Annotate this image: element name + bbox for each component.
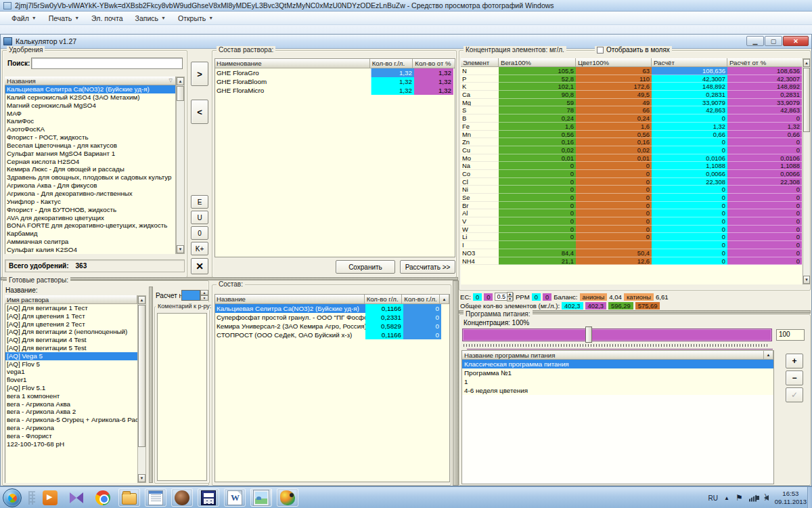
menu-item[interactable]: Файл▼ (5, 13, 43, 24)
table-row[interactable]: Br0000 (461, 202, 802, 210)
column-header[interactable]: Расчёт от % (727, 58, 802, 67)
list-item[interactable]: вега 1 компонент (5, 392, 137, 400)
calc-cell[interactable]: 33,9079 (652, 99, 727, 107)
scroll-up-icon[interactable]: ▲ (138, 296, 145, 304)
ready-list-scrollbar[interactable]: ▲ ▼ (137, 295, 146, 483)
table-row[interactable]: NH421,112,600 (461, 257, 802, 266)
table-row[interactable]: N105,563108,636108,636 (461, 67, 802, 75)
table-row[interactable]: Ca90,849,50,28310,2831 (461, 91, 802, 99)
program-list-header[interactable]: Название программы питания ▲ (462, 351, 773, 360)
table-row[interactable]: GHE FloraMicro1,321,32 (215, 86, 455, 95)
ec-spinner[interactable]: 0.5 ▲▼ (495, 293, 514, 301)
calc-cell[interactable]: 108,636 (652, 67, 727, 75)
list-item[interactable]: vega1 (5, 368, 137, 376)
list-item[interactable]: Аммиачная селитра (5, 238, 175, 246)
u-button[interactable]: U (191, 211, 208, 224)
save-button[interactable]: Сохранить (336, 260, 395, 274)
table-row[interactable]: Кемира Универсал-2 (ЗАО Кемира Агро, Рос… (215, 322, 449, 331)
calc-cell[interactable]: 0 (652, 138, 727, 146)
table-row[interactable]: W0000 (461, 226, 802, 234)
list-item[interactable]: МАФ (5, 110, 175, 118)
calc-cell[interactable]: 0 (652, 217, 727, 226)
menu-item[interactable]: Печать▼ (43, 13, 85, 24)
table-row[interactable]: Mn0,560,560,660,66 (461, 131, 802, 139)
add-program-button[interactable]: + (786, 354, 803, 368)
add-to-solution-button[interactable]: > (191, 62, 208, 86)
minimize-button-icon[interactable]: ▁ (746, 36, 764, 46)
column-header[interactable]: Кол-во от % (413, 59, 455, 68)
table-row[interactable]: Fe1,61,61,321,32 (461, 123, 802, 131)
solution-name-cell[interactable]: GHE FloraMicro (215, 86, 371, 95)
list-item[interactable]: Кальциевая Селитра Ca(NO3)2 (Буйские уд-… (5, 85, 175, 93)
table-row[interactable]: P52,811042,300742,3007 (461, 75, 802, 83)
list-item[interactable]: [AQ] Flov 5 (5, 360, 137, 368)
file-manager-taskbar-button[interactable] (118, 488, 140, 507)
list-item[interactable]: КалиФос (5, 117, 175, 125)
list-item[interactable]: [AQ] Для цветения 1 Тест (5, 312, 137, 320)
composition-qty-cell[interactable]: 0,1166 (365, 331, 403, 339)
show-hidden-icons-icon[interactable]: ▲ (724, 495, 729, 501)
table-row[interactable]: Mg594933,907933,9079 (461, 99, 802, 107)
calc-cell[interactable]: 42,863 (652, 106, 727, 114)
composition-qty-cell[interactable]: 0,5829 (365, 322, 403, 331)
menu-item[interactable]: Эл. почта (85, 13, 129, 24)
calc-cell[interactable]: 0 (652, 226, 727, 234)
fertilizer-list-scrollbar[interactable]: ▲ ▼ (176, 77, 185, 254)
volume-icon[interactable] (764, 495, 769, 501)
scrollbar-thumb[interactable] (138, 305, 145, 447)
maximize-button-icon[interactable]: ▢ (765, 36, 782, 46)
composition-name-cell[interactable]: Кемира Универсал-2 (ЗАО Кемира Агро, Рос… (215, 322, 365, 331)
kmplayer-taskbar-button[interactable] (66, 488, 87, 507)
composition-qty2-cell[interactable]: 0 (403, 313, 441, 322)
scroll-down-icon[interactable]: ▼ (138, 474, 145, 482)
comment-textarea[interactable] (157, 313, 207, 481)
table-row[interactable]: Na001,10881,1088 (461, 162, 802, 170)
apply-program-button[interactable]: ✓ (786, 387, 803, 402)
checkbox-icon[interactable] (597, 47, 604, 54)
scroll-down-icon[interactable]: ▼ (177, 245, 184, 253)
list-item[interactable]: Сульфат калия K2SO4 (5, 246, 175, 254)
remove-from-solution-button[interactable]: < (191, 100, 208, 124)
composition-qty-cell[interactable]: 0,1166 (365, 304, 403, 313)
calc-cell[interactable]: 0,66 (652, 131, 727, 139)
composition-qty2-cell[interactable]: 0 (403, 331, 441, 339)
app-titlebar[interactable]: Калькулятор v1.27 ▁ ▢ ✕ (1, 35, 811, 49)
show-desktop-button[interactable] (807, 487, 812, 508)
spin-down-icon[interactable]: ▼ (200, 295, 208, 301)
solution-qty-cell[interactable]: 1,32 (371, 86, 414, 95)
column-header[interactable]: Кол-во г./л. (370, 59, 413, 68)
paint-bird-taskbar-button[interactable] (277, 488, 298, 507)
list-item[interactable]: flover1 (5, 376, 137, 384)
list-item[interactable]: BONA FORTE для декоративно-цветущих, жид… (5, 221, 175, 230)
scrollbar-thumb[interactable] (803, 68, 810, 132)
table-row[interactable]: Кальциевая Селитра Ca(NO3)2 (Буйские уд-… (215, 304, 449, 313)
k-plus-button[interactable]: K+ (191, 242, 208, 255)
action-center-flag-icon[interactable]: ⚑ (736, 493, 743, 503)
menu-item[interactable]: Запись▼ (129, 13, 172, 24)
list-item[interactable]: Сульфат магния MgSO4 Вариант 1 (5, 150, 175, 158)
table-row[interactable]: K102,1172,6148,892148,892 (461, 83, 802, 91)
search-input[interactable] (31, 58, 183, 69)
calc-cell[interactable]: 0,0066 (652, 170, 727, 178)
list-item[interactable]: Программа №1 (462, 368, 773, 377)
taskbar-clock[interactable]: 16:53 09.11.2013 (775, 490, 807, 506)
solution-pct-cell[interactable]: 1,32 (414, 77, 453, 86)
list-item[interactable]: Унифлор - Кактус (5, 198, 175, 206)
table-row[interactable]: S786642,86342,863 (461, 106, 802, 114)
table-row[interactable]: СТОПРОСТ (ООО СеДеК, ОАО Буйский х-з)0,1… (215, 331, 449, 339)
column-header[interactable]: Элемент (461, 58, 499, 67)
ec-spinner-value[interactable]: 0.5 (497, 293, 505, 300)
calc-cell[interactable]: 0 (652, 241, 727, 249)
list-item[interactable]: Флорист - Для БУТОНОВ, жидкость (5, 206, 175, 214)
ready-list-header[interactable]: Имя раствора (5, 295, 137, 304)
menu-item[interactable]: Открыть▼ (172, 13, 219, 24)
calc-cell[interactable]: 42,3007 (652, 75, 727, 83)
list-item[interactable]: Кемира Люкс - Для овощей и рассады (5, 165, 175, 173)
calc-cell[interactable]: 148,892 (652, 83, 727, 91)
spin-up-icon[interactable]: ▲ (200, 290, 208, 295)
media-player-taskbar-button[interactable] (39, 488, 61, 507)
list-item[interactable]: Агрикола - Для декоративно-лиственных (5, 190, 175, 198)
calc-cell[interactable]: 0 (652, 194, 727, 202)
scroll-up-icon[interactable]: ▲ (440, 295, 449, 304)
calc-cell[interactable]: 0 (652, 202, 727, 210)
